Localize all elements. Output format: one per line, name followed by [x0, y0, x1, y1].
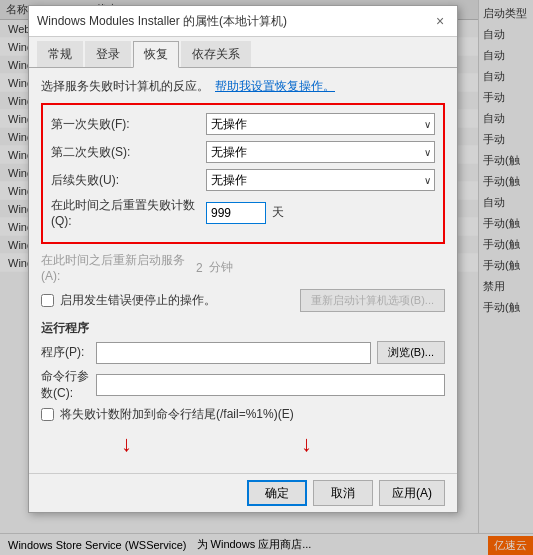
- reset-count-label: 在此时间之后重置失败计数(Q):: [51, 197, 206, 228]
- first-failure-select-wrapper: 无操作: [206, 113, 435, 135]
- reset-count-input[interactable]: [206, 202, 266, 224]
- tab-dependencies[interactable]: 依存关系: [181, 41, 251, 67]
- dialog-content: 选择服务失败时计算机的反应。 帮助我设置恢复操作。 第一次失败(F): 无操作 …: [29, 68, 457, 473]
- first-failure-label: 第一次失败(F):: [51, 116, 206, 133]
- reset-count-row: 在此时间之后重置失败计数(Q): 天: [51, 197, 435, 228]
- program-input[interactable]: [96, 342, 371, 364]
- restart-service-value: 2: [196, 261, 203, 275]
- properties-dialog: Windows Modules Installer 的属性(本地计算机) × 常…: [28, 5, 458, 513]
- subsequent-failure-label: 后续失败(U):: [51, 172, 206, 189]
- help-link[interactable]: 帮助我设置恢复操作。: [215, 78, 335, 95]
- title-bar: Windows Modules Installer 的属性(本地计算机) ×: [29, 6, 457, 37]
- second-failure-select-wrapper: 无操作: [206, 141, 435, 163]
- tab-recovery[interactable]: 恢复: [133, 41, 179, 68]
- arrow-right-icon: ↓: [301, 431, 312, 457]
- subsequent-failure-select-wrapper: 无操作: [206, 169, 435, 191]
- days-unit: 天: [272, 204, 284, 221]
- tab-login[interactable]: 登录: [85, 41, 131, 67]
- append-failcount-label: 将失败计数附加到命令行结尾(/fail=%1%)(E): [60, 406, 294, 423]
- second-failure-row: 第二次失败(S): 无操作: [51, 141, 435, 163]
- description-row: 选择服务失败时计算机的反应。 帮助我设置恢复操作。: [41, 78, 445, 95]
- cmdline-label: 命令行参数(C):: [41, 368, 96, 402]
- failure-settings-section: 第一次失败(F): 无操作 第二次失败(S): 无操作 后续失败(U):: [41, 103, 445, 244]
- restart-service-row: 在此时间之后重新启动服务(A): 2 分钟: [41, 252, 445, 283]
- arrow-left-icon: ↓: [121, 431, 132, 457]
- cmdline-row: 命令行参数(C):: [41, 368, 445, 402]
- close-button[interactable]: ×: [431, 12, 449, 30]
- run-program-title: 运行程序: [41, 320, 445, 337]
- program-label: 程序(P):: [41, 344, 96, 361]
- reset-count-input-wrap: 天: [206, 202, 435, 224]
- subsequent-failure-row: 后续失败(U): 无操作: [51, 169, 435, 191]
- restart-options-button: 重新启动计算机选项(B)...: [300, 289, 445, 312]
- second-failure-label: 第二次失败(S):: [51, 144, 206, 161]
- subsequent-failure-select[interactable]: 无操作: [206, 169, 435, 191]
- enable-action-checkbox-row: 启用发生错误便停止的操作。: [41, 292, 216, 309]
- cancel-button[interactable]: 取消: [313, 480, 373, 506]
- second-failure-select[interactable]: 无操作: [206, 141, 435, 163]
- dialog-title: Windows Modules Installer 的属性(本地计算机): [37, 13, 287, 30]
- append-failcount-row: 将失败计数附加到命令行结尾(/fail=%1%)(E): [41, 406, 445, 423]
- browse-button[interactable]: 浏览(B)...: [377, 341, 445, 364]
- dialog-buttons: 确定 取消 应用(A): [29, 473, 457, 512]
- cmdline-input[interactable]: [96, 374, 445, 396]
- enable-action-label: 启用发生错误便停止的操作。: [60, 292, 216, 309]
- program-row: 程序(P): 浏览(B)...: [41, 341, 445, 364]
- first-failure-row: 第一次失败(F): 无操作: [51, 113, 435, 135]
- enable-action-checkbox[interactable]: [41, 294, 54, 307]
- apply-button[interactable]: 应用(A): [379, 480, 445, 506]
- tab-general[interactable]: 常规: [37, 41, 83, 67]
- desc-text: 选择服务失败时计算机的反应。: [41, 78, 209, 95]
- append-failcount-checkbox[interactable]: [41, 408, 54, 421]
- ok-button[interactable]: 确定: [247, 480, 307, 506]
- minutes-unit: 分钟: [209, 259, 233, 276]
- restart-service-label: 在此时间之后重新启动服务(A):: [41, 252, 196, 283]
- arrows-area: ↓ ↓: [41, 431, 445, 461]
- first-failure-select[interactable]: 无操作: [206, 113, 435, 135]
- tab-bar: 常规 登录 恢复 依存关系: [29, 37, 457, 68]
- run-program-section: 运行程序 程序(P): 浏览(B)... 命令行参数(C): 将失败计数附加到命…: [41, 320, 445, 423]
